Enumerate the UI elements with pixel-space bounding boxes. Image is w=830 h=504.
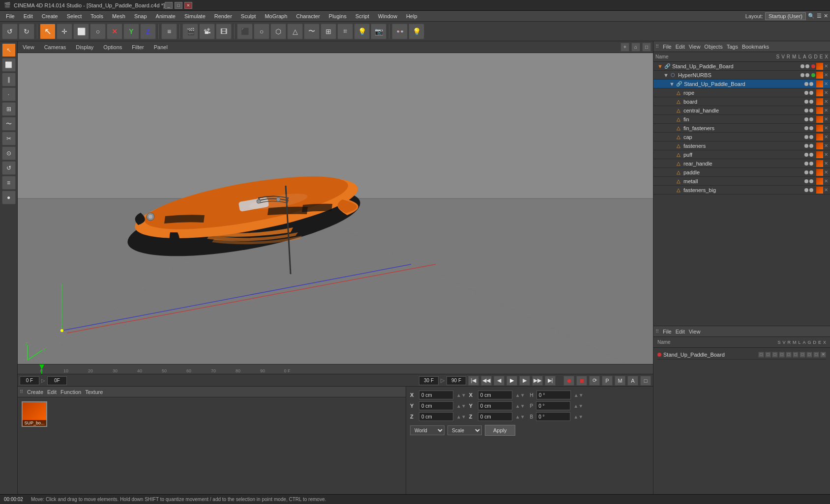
obj-item-fasteners-big[interactable]: △ fasteners_big ✕ <box>653 186 830 195</box>
obj-item-board[interactable]: △ board ✕ <box>653 97 830 106</box>
layout-close-icon[interactable]: ✕ <box>824 13 828 19</box>
obj-close-metall[interactable]: ✕ <box>824 178 830 184</box>
axis-x-tool[interactable]: ✕ <box>107 24 122 39</box>
next-key-btn[interactable]: ▶ <box>519 376 530 386</box>
axis-y-tool[interactable]: Y <box>123 24 139 39</box>
menu-window[interactable]: Window <box>374 12 401 20</box>
viewport-tab-filter[interactable]: Filter <box>129 43 147 51</box>
obj-close-ch[interactable]: ✕ <box>824 108 830 113</box>
layout-dropdown[interactable]: Startup (User) <box>765 12 806 20</box>
obj-item-rope[interactable]: △ rope ✕ <box>653 88 830 97</box>
obj-close-board[interactable]: ✕ <box>824 81 830 86</box>
obj-item-fin-fasteners[interactable]: △ fin_fasteners ✕ <box>653 124 830 133</box>
loop-btn[interactable]: ⟳ <box>589 376 600 386</box>
menu-simulate[interactable]: Simulate <box>180 12 209 20</box>
frame-input2[interactable] <box>47 376 67 385</box>
coord-x-size[interactable]: 0 cm <box>478 391 512 399</box>
obj-expand-root[interactable]: ▼ <box>657 63 663 69</box>
coord-b-val[interactable]: 0 ° <box>536 412 570 421</box>
menu-render[interactable]: Render <box>210 12 236 20</box>
obj-close-ff[interactable]: ✕ <box>824 125 830 131</box>
menu-mesh[interactable]: Mesh <box>108 12 129 20</box>
coord-y-size[interactable]: 0 cm <box>478 401 512 410</box>
menu-tools[interactable]: Tools <box>87 12 107 20</box>
tool-polygon[interactable]: ⬜ <box>2 58 16 72</box>
selection-tool[interactable]: ↖ <box>40 24 56 39</box>
apply-button[interactable]: Apply <box>485 425 515 436</box>
viewport-tab-display[interactable]: Display <box>73 43 96 51</box>
lamp-btn[interactable]: 💡 <box>409 24 424 39</box>
obj-close-cap[interactable]: ✕ <box>824 134 830 140</box>
obj-menu-edit[interactable]: Edit <box>676 44 685 50</box>
deform-tool[interactable]: ⌗ <box>337 24 353 39</box>
obj-item-fin[interactable]: △ fin ✕ <box>653 115 830 124</box>
obj-item-metall[interactable]: △ metall ✕ <box>653 177 830 186</box>
obj-close-rh[interactable]: ✕ <box>824 161 830 166</box>
go-start-btn[interactable]: |◀ <box>468 376 479 386</box>
viewport[interactable]: View Cameras Display Options Filter Pane… <box>18 41 653 364</box>
key-mode-btn[interactable]: P <box>602 376 613 386</box>
obj-item-paddle[interactable]: △ paddle ✕ <box>653 168 830 177</box>
scale-tool[interactable]: ⬜ <box>73 24 89 39</box>
coord-x-pos[interactable]: 0 cm <box>419 391 453 399</box>
material-thumbnail[interactable]: SUP_bo... <box>22 401 47 427</box>
obj-menu-bookmarks[interactable]: Bookmarks <box>742 44 769 50</box>
menu-mograph[interactable]: MoGraph <box>261 12 291 20</box>
tool-select[interactable]: ↖ <box>2 43 16 57</box>
obj-close-rope[interactable]: ✕ <box>824 90 830 95</box>
anim-btn[interactable]: A <box>627 376 638 386</box>
material-menu-texture[interactable]: Texture <box>85 389 103 395</box>
tool-knife[interactable]: ✂ <box>2 132 16 145</box>
obj-close-hypernurbs[interactable]: ✕ <box>824 72 830 78</box>
cube-tool[interactable]: ⬛ <box>237 24 253 39</box>
layout-search-icon[interactable]: 🔍 <box>808 13 815 19</box>
tool-uv[interactable]: ⊞ <box>2 102 16 116</box>
obj-close-fasteners[interactable]: ✕ <box>824 143 830 148</box>
camera-tool[interactable]: 📷 <box>371 24 386 39</box>
object-mode[interactable]: ≡ <box>161 24 177 39</box>
maximize-button[interactable]: □ <box>175 2 182 9</box>
move-tool[interactable]: ✛ <box>57 24 72 39</box>
viewport-tab-options[interactable]: Options <box>100 43 125 51</box>
obj-item-cap[interactable]: △ cap ✕ <box>653 133 830 141</box>
obj-item-board-child[interactable]: ▼ 🔗 Stand_Up_Paddle_Board ✕ <box>653 80 830 88</box>
coord-p-val[interactable]: 0 ° <box>536 401 570 410</box>
viewport-home-btn[interactable]: ⌂ <box>631 43 640 52</box>
layout-menu-icon[interactable]: ☰ <box>817 13 822 19</box>
redo-button[interactable]: ↻ <box>19 24 34 39</box>
menu-character[interactable]: Character <box>292 12 324 20</box>
material-menu-create[interactable]: Create <box>27 389 43 395</box>
obj-menu-view[interactable]: View <box>689 44 701 50</box>
obj-close-puff[interactable]: ✕ <box>824 152 830 157</box>
coord-h-val[interactable]: 0 ° <box>536 391 571 399</box>
obj-item-root[interactable]: ▼ 🔗 Stand_Up_Paddle_Board ✕ <box>653 62 830 71</box>
material-menu-function[interactable]: Function <box>60 389 81 395</box>
menu-snap[interactable]: Snap <box>130 12 151 20</box>
attr-icon-m[interactable]: □ <box>779 352 785 358</box>
viewport-fullscreen-btn[interactable]: □ <box>642 43 651 52</box>
obj-expand-board[interactable]: ▼ <box>669 81 675 87</box>
coord-y-pos[interactable]: 0 cm <box>419 401 453 410</box>
viewport-tab-view[interactable]: View <box>20 43 37 51</box>
tool-layer[interactable]: ≡ <box>2 176 16 190</box>
menu-file[interactable]: File <box>2 12 19 20</box>
tool-point[interactable]: · <box>2 87 16 101</box>
close-button[interactable]: ✕ <box>184 2 192 9</box>
menu-help[interactable]: Help <box>402 12 421 20</box>
obj-item-hypernurbs[interactable]: ▼ ⬡ HyperNURBS ✕ <box>653 71 830 80</box>
timeline-ruler[interactable]: 0 10 20 30 40 50 60 70 80 90 0 F <box>18 364 653 374</box>
attr-icon-l[interactable]: □ <box>786 352 792 358</box>
obj-item-fasteners[interactable]: △ fasteners ✕ <box>653 141 830 150</box>
nurbs-tool[interactable]: ⊞ <box>321 24 336 39</box>
attr-menu-view[interactable]: View <box>689 329 701 335</box>
attr-menu-edit[interactable]: Edit <box>676 329 685 335</box>
record-btn[interactable]: ⏺ <box>563 376 574 386</box>
obj-close-fin[interactable]: ✕ <box>824 116 830 122</box>
go-end-btn[interactable]: ▶| <box>545 376 556 386</box>
attr-icon-v[interactable]: □ <box>765 352 771 358</box>
rotate-tool[interactable]: ○ <box>90 24 106 39</box>
menu-animate[interactable]: Animate <box>152 12 179 20</box>
obj-close-board2[interactable]: ✕ <box>824 99 830 104</box>
stop-btn[interactable]: ⏹ <box>576 376 587 386</box>
obj-menu-objects[interactable]: Objects <box>704 44 722 50</box>
